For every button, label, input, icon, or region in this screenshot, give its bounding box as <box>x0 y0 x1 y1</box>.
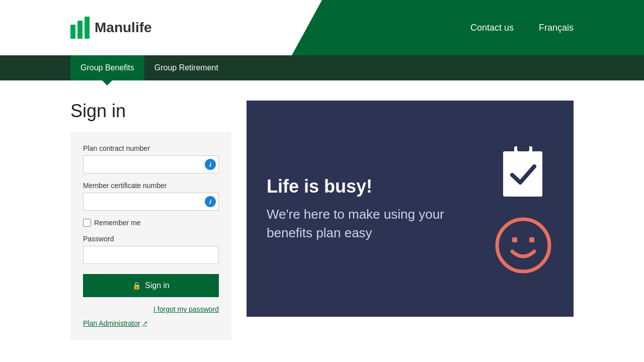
svg-rect-0 <box>503 151 542 197</box>
logo-bar-2 <box>77 21 83 39</box>
member-cert-label: Member certificate number <box>83 182 219 190</box>
header: Manulife Contact us Français <box>0 0 644 55</box>
nav-item-group-benefits[interactable]: Group Benefits <box>70 55 144 80</box>
lock-icon: 🔒 <box>132 282 141 290</box>
plan-contract-group: Plan contract number i <box>83 144 219 173</box>
svg-rect-5 <box>529 237 534 242</box>
smiley-icon <box>493 215 553 276</box>
svg-rect-2 <box>517 144 529 151</box>
signin-form: Plan contract number i Member certificat… <box>70 132 231 340</box>
signin-button-label: Sign in <box>145 281 170 290</box>
header-bg <box>292 0 644 55</box>
promo-icons <box>493 142 553 276</box>
remember-me-group: Remember me <box>83 219 219 227</box>
clipboard-icon <box>498 142 548 200</box>
promo-panel: Life is busy! We're here to make using y… <box>247 101 574 317</box>
plan-contract-input[interactable] <box>83 155 219 173</box>
form-container: Sign in Plan contract number i Member ce… <box>70 101 231 340</box>
main-content: Sign in Plan contract number i Member ce… <box>0 80 644 360</box>
logo-bars <box>70 17 90 39</box>
logo-text: Manulife <box>95 20 152 36</box>
member-cert-info-icon[interactable]: i <box>205 196 216 207</box>
password-input[interactable] <box>83 246 219 264</box>
contact-us-link[interactable]: Contact us <box>470 23 514 33</box>
member-cert-input[interactable] <box>83 193 219 211</box>
password-group: Password <box>83 235 219 264</box>
nav-bar: Group Benefits Group Retirement <box>0 55 644 80</box>
nav-item-group-retirement[interactable]: Group Retirement <box>144 55 228 80</box>
promo-headline: Life is busy! <box>267 175 493 197</box>
remember-me-checkbox[interactable] <box>83 219 91 227</box>
logo-bar-1 <box>70 25 75 39</box>
logo: Manulife <box>70 17 152 39</box>
promo-subtext: We're here to make using your benefits p… <box>267 205 493 242</box>
external-link-icon: ↗ <box>142 320 147 327</box>
francais-link[interactable]: Français <box>539 23 574 33</box>
page-title: Sign in <box>70 101 231 122</box>
header-nav: Contact us Français <box>470 23 574 33</box>
member-cert-group: Member certificate number i <box>83 182 219 211</box>
plan-contract-input-wrapper: i <box>83 155 219 173</box>
remember-me-label[interactable]: Remember me <box>94 219 141 227</box>
promo-text: Life is busy! We're here to make using y… <box>267 175 493 242</box>
plan-contract-info-icon[interactable]: i <box>205 159 216 170</box>
logo-bar-3 <box>85 17 90 39</box>
plan-admin-label: Plan Administrator <box>83 319 140 327</box>
plan-contract-label: Plan contract number <box>83 144 219 152</box>
password-label: Password <box>83 235 219 243</box>
member-cert-input-wrapper: i <box>83 193 219 211</box>
forgot-password-link[interactable]: I forgot my password <box>83 305 219 313</box>
signin-button[interactable]: 🔒 Sign in <box>83 274 219 297</box>
plan-admin-link[interactable]: Plan Administrator ↗ <box>83 319 219 327</box>
svg-point-3 <box>497 219 549 272</box>
svg-rect-4 <box>512 237 517 242</box>
